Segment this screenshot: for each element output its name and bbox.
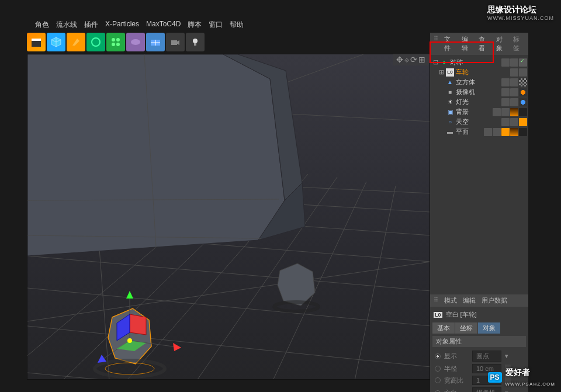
om-tab[interactable]: 文件 bbox=[444, 35, 456, 53]
attr-label: 宽高比 bbox=[444, 376, 469, 385]
svg-line-19 bbox=[355, 186, 396, 380]
tree-item-label[interactable]: 摄像机 bbox=[456, 88, 475, 96]
tree-item-label[interactable]: 背景 bbox=[456, 107, 469, 116]
svg-point-38 bbox=[274, 302, 318, 311]
svg-rect-13 bbox=[194, 43, 196, 46]
attribute-header: ⠿ 模式 编辑 用户数据 bbox=[430, 294, 528, 307]
nurbs-icon[interactable] bbox=[86, 33, 105, 51]
attr-label: 半径 bbox=[444, 365, 469, 373]
viewport-nav-controls: ✥ ⟐ ⟳ ⊞ bbox=[393, 54, 429, 65]
watermark-top: 思缘设计论坛 WWW.MISSYUAN.COM bbox=[487, 5, 554, 21]
svg-line-32 bbox=[27, 262, 430, 321]
menu-item[interactable]: 角色 bbox=[35, 20, 49, 30]
viewport-scene bbox=[27, 54, 430, 380]
svg-line-23 bbox=[27, 256, 430, 291]
main-menu-bar: 角色 流水线 插件 X-Particles MaxToC4D 脚本 窗口 帮助 bbox=[35, 20, 244, 30]
object-manager-header: ⠿ 文件 编辑 查看 对象 标签 bbox=[430, 33, 528, 55]
svg-marker-45 bbox=[130, 314, 146, 335]
svg-marker-40 bbox=[126, 291, 133, 299]
radio-icon[interactable] bbox=[435, 390, 441, 393]
svg-rect-1 bbox=[32, 39, 41, 41]
light-icon[interactable] bbox=[186, 33, 205, 51]
menu-item[interactable]: 窗口 bbox=[209, 20, 223, 30]
svg-rect-11 bbox=[171, 40, 177, 45]
menu-item[interactable]: 流水线 bbox=[56, 20, 77, 30]
svg-line-25 bbox=[27, 326, 430, 367]
camera-tree-icon: ■ bbox=[446, 88, 454, 96]
om-tab[interactable]: 编辑 bbox=[462, 35, 473, 53]
cube-primitive-icon[interactable] bbox=[47, 33, 65, 51]
svg-point-7 bbox=[131, 39, 140, 45]
tree-item-label[interactable]: 对称 bbox=[450, 58, 463, 67]
menu-item[interactable]: X-Particles bbox=[105, 20, 139, 30]
attr-subtab-basic[interactable]: 基本 bbox=[432, 322, 455, 334]
tree-item-label[interactable]: 车轮 bbox=[456, 68, 469, 77]
attr-label: 显示 bbox=[444, 352, 469, 360]
attr-tab[interactable]: 用户数据 bbox=[482, 296, 507, 305]
om-tab[interactable]: 查看 bbox=[479, 35, 490, 53]
svg-marker-42 bbox=[173, 343, 181, 351]
watermark-bottom: PS 爱好者 WWW.PSAHZ.COM bbox=[488, 367, 555, 387]
om-tab[interactable]: 对象 bbox=[496, 35, 508, 53]
svg-point-36 bbox=[105, 363, 154, 374]
menu-item[interactable]: 脚本 bbox=[188, 20, 202, 30]
pan-icon[interactable]: ✥ bbox=[396, 55, 403, 64]
light-tree-icon: ☀ bbox=[446, 98, 454, 106]
camera-icon[interactable] bbox=[166, 33, 185, 51]
attr-tab[interactable]: 模式 bbox=[444, 296, 457, 305]
plane-tree-icon: ▬ bbox=[446, 128, 454, 136]
tree-item-label[interactable]: 平面 bbox=[456, 127, 469, 136]
radio-icon[interactable] bbox=[435, 366, 441, 372]
null-icon: L0 bbox=[434, 312, 442, 318]
radio-icon[interactable] bbox=[435, 377, 441, 383]
svg-point-12 bbox=[193, 39, 198, 43]
svg-line-24 bbox=[27, 288, 430, 326]
layout-icon[interactable]: ⊞ bbox=[418, 55, 425, 64]
symmetry-icon: ● bbox=[440, 58, 448, 67]
3d-viewport[interactable] bbox=[27, 54, 430, 380]
deformer-icon[interactable] bbox=[126, 33, 145, 51]
selected-object-title: 空白 [车轮] bbox=[446, 310, 477, 319]
sky-tree-icon: ○ bbox=[446, 118, 454, 126]
attr-label: 方向 bbox=[444, 388, 469, 392]
zoom-icon[interactable]: ⟐ bbox=[404, 55, 409, 64]
svg-rect-0 bbox=[32, 41, 41, 47]
object-tree[interactable]: ⊟ ● 对称 ⊞ L0 车轮 ▲ 立方体 ■ 摄像机 ☀ 灯光 bbox=[430, 55, 528, 294]
svg-point-6 bbox=[116, 43, 120, 46]
main-toolbar bbox=[27, 33, 205, 51]
menu-item[interactable]: 插件 bbox=[84, 20, 98, 30]
clapper-icon[interactable] bbox=[27, 33, 46, 51]
attr-tab[interactable]: 编辑 bbox=[463, 296, 476, 305]
null-icon: L0 bbox=[446, 68, 454, 77]
om-tab[interactable]: 标签 bbox=[513, 35, 525, 53]
tree-item-label[interactable]: 立方体 bbox=[456, 78, 475, 86]
pen-tool-icon[interactable] bbox=[67, 33, 85, 51]
svg-point-48 bbox=[127, 338, 132, 343]
orbit-icon[interactable]: ⟳ bbox=[410, 55, 417, 64]
svg-point-4 bbox=[116, 38, 120, 41]
attr-dropdown[interactable]: 摄像机 bbox=[472, 387, 501, 392]
dropdown-icon[interactable]: ▾ bbox=[505, 352, 508, 360]
tree-item-label[interactable]: 天空 bbox=[456, 117, 469, 126]
attr-subtab-coord[interactable]: 坐标 bbox=[455, 322, 477, 334]
array-icon[interactable] bbox=[106, 33, 125, 51]
expand-toggle[interactable]: ⊞ bbox=[438, 68, 444, 76]
object-manager-panel: ⠿ 文件 编辑 查看 对象 标签 ⊟ ● 对称 ⊞ L0 车轮 ▲ 立方体 ■ … bbox=[430, 33, 528, 380]
cube-icon: ▲ bbox=[446, 78, 454, 86]
radio-icon[interactable] bbox=[435, 353, 441, 359]
tree-item-label[interactable]: 灯光 bbox=[456, 98, 469, 106]
svg-point-3 bbox=[112, 38, 115, 41]
svg-point-2 bbox=[92, 38, 100, 46]
ps-logo-icon: PS bbox=[488, 372, 502, 383]
floor-icon[interactable] bbox=[146, 33, 165, 51]
svg-line-26 bbox=[27, 373, 430, 380]
attr-subtab-object[interactable]: 对象 bbox=[478, 322, 500, 334]
menu-item[interactable]: 帮助 bbox=[230, 20, 244, 30]
menu-item[interactable]: MaxToC4D bbox=[146, 20, 181, 30]
attr-section-title: 对象属性 bbox=[432, 336, 526, 347]
attr-dropdown[interactable]: 圆点 bbox=[472, 351, 501, 362]
expand-toggle[interactable]: ⊟ bbox=[432, 58, 438, 66]
svg-point-5 bbox=[112, 43, 115, 46]
background-tree-icon: ▣ bbox=[446, 108, 454, 116]
dropdown-icon[interactable]: ▾ bbox=[505, 389, 508, 392]
